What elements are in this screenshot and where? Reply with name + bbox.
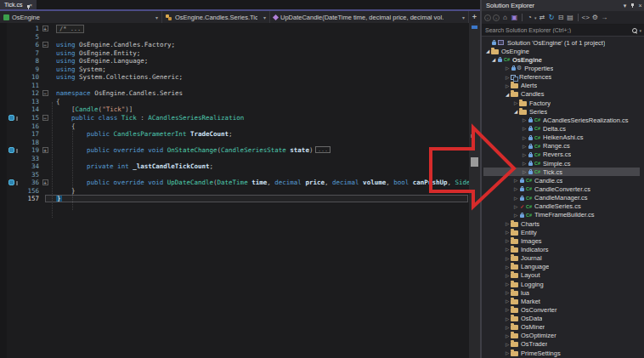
collapse-icon[interactable]: ◢ [490, 57, 497, 62]
home-icon[interactable]: ⌂ [501, 11, 509, 24]
tree-item-references[interactable]: ▷References [482, 73, 644, 82]
pending-changes-filter-icon[interactable]: ◔ [526, 11, 534, 24]
bookmark-icon[interactable] [8, 147, 14, 153]
tree-item-osengine[interactable]: ◢C#OsEngine [482, 55, 644, 64]
collapse-region-icon[interactable]: − [42, 42, 48, 48]
view-code-icon[interactable]: <> [582, 11, 590, 24]
split-add-button[interactable]: + [469, 13, 480, 21]
expand-icon[interactable]: ▷ [504, 290, 511, 295]
tree-item-simple-cs[interactable]: ▷C#Simple.cs [482, 159, 644, 168]
bookmark-icon[interactable] [8, 115, 14, 121]
tree-item-range-cs[interactable]: ▷C#Range.cs [482, 142, 644, 151]
tree-item-solution-osengine-1-of-1-project[interactable]: Solution 'OsEngine' (1 of 1 project) [482, 38, 644, 47]
collapsed-comment[interactable]: /* ... [56, 25, 84, 33]
collapse-all-icon[interactable]: ⊟ [557, 11, 565, 24]
expand-icon[interactable]: ▷ [504, 273, 511, 278]
expand-region-icon[interactable]: + [42, 26, 48, 31]
scrollbar-thumb[interactable] [471, 157, 478, 167]
expand-icon[interactable]: ▷ [504, 238, 511, 243]
expand-icon[interactable]: ▷ [504, 307, 511, 312]
expand-icon[interactable]: ▷ [512, 204, 519, 209]
project-dropdown[interactable]: OsEngine ▾ [0, 11, 162, 23]
tree-item-delta-cs[interactable]: ▷C#Delta.cs [482, 124, 644, 133]
tree-item-properties[interactable]: ▷⚙Properties [482, 64, 644, 72]
editor-scrollbar[interactable] [469, 23, 480, 358]
tree-item-ostrader[interactable]: ▷OsTrader [482, 340, 644, 349]
expand-icon[interactable]: ▷ [504, 221, 511, 226]
properties-icon[interactable]: ⚙ [591, 11, 599, 24]
expand-icon[interactable]: ▷ [504, 350, 511, 355]
collapsed-region-indicator[interactable]: ... [315, 146, 330, 153]
expand-icon[interactable]: ▷ [521, 117, 528, 122]
expand-icon[interactable]: ▷ [521, 152, 528, 157]
expand-icon[interactable]: ▷ [504, 281, 511, 287]
close-icon[interactable]: × [30, 3, 33, 8]
close-icon[interactable]: × [636, 3, 644, 9]
expand-icon[interactable]: ▷ [521, 126, 528, 131]
collapse-icon[interactable]: ◢ [504, 92, 511, 97]
expand-icon[interactable]: ▷ [504, 264, 511, 270]
expand-icon[interactable]: ▷ [504, 230, 511, 235]
tree-item-candle-cs[interactable]: ▷C#Candle.cs [482, 176, 644, 185]
tree-item-acandlesseriesrealization-cs[interactable]: ▷C#ACandlesSeriesRealization.cs [482, 116, 644, 124]
tree-item-revers-cs[interactable]: ▷C#Revers.cs [482, 151, 644, 159]
tree-item-factory[interactable]: ▷Factory [482, 99, 644, 107]
window-position-icon[interactable]: ▾ [621, 3, 629, 9]
tree-item-candleseries-cs[interactable]: ▷✓C#CandleSeries.cs [482, 202, 644, 211]
expand-region-icon[interactable]: + [42, 147, 48, 153]
tree-item-candleconverter-cs[interactable]: ▷C#CandleConverter.cs [482, 185, 644, 193]
expand-icon[interactable]: ▷ [504, 316, 511, 321]
tree-item-layout[interactable]: ▷Layout [482, 271, 644, 280]
code-editor[interactable]: 1+/* ...56−using OsEngine.Candles.Factor… [0, 23, 469, 358]
chevron-down-icon[interactable]: ▾ [639, 28, 641, 33]
sync-with-active-document-icon[interactable]: ⇄ [539, 11, 546, 24]
expand-icon[interactable]: ▷ [512, 186, 519, 191]
expand-icon[interactable]: ▷ [504, 333, 511, 338]
tree-item-primesettings[interactable]: ▷PrimeSettings [482, 349, 644, 357]
search-icon[interactable] [632, 28, 637, 33]
tree-item-lua[interactable]: ▷lua [482, 288, 644, 297]
expand-icon[interactable]: ▷ [504, 298, 511, 304]
expand-icon[interactable]: ▷ [512, 100, 519, 105]
chevron-down-icon[interactable]: ▾ [534, 15, 537, 20]
tree-item-images[interactable]: ▷Images [482, 236, 644, 245]
bookmark-icon[interactable] [8, 179, 14, 185]
expand-icon[interactable]: ▷ [512, 178, 519, 183]
member-dropdown[interactable]: UpDateCandle(DateTime time, decimal pric… [270, 11, 469, 23]
expand-icon[interactable]: ▷ [504, 342, 511, 347]
tree-item-series[interactable]: ◢Series [482, 107, 644, 116]
tree-item-journal[interactable]: ▷Journal [482, 254, 644, 263]
tree-item-charts[interactable]: ▷Charts [482, 219, 644, 228]
tree-item-timeframebuilder-cs[interactable]: ▷C#TimeFrameBuilder.cs [482, 211, 644, 219]
show-all-files-icon[interactable]: ▤ [567, 11, 574, 24]
expand-icon[interactable]: ▷ [521, 144, 528, 149]
tree-item-logging[interactable]: ▷Logging [482, 280, 644, 288]
expand-icon[interactable]: ▷ [521, 135, 528, 140]
expand-icon[interactable]: ▷ [504, 65, 511, 71]
expand-icon[interactable]: ▷ [521, 161, 528, 166]
tree-item-osoptimizer[interactable]: ▷OsOptimizer [482, 332, 644, 340]
switch-views-icon[interactable]: ▣ [511, 11, 518, 24]
expand-icon[interactable]: ▷ [521, 169, 528, 174]
search-box[interactable]: Search Solution Explorer (Ctrl+;) ▾ [482, 25, 644, 37]
tree-item-osminer[interactable]: ▷OsMiner [482, 323, 644, 332]
collapse-icon[interactable]: ◢ [512, 109, 519, 114]
tree-item-entity[interactable]: ▷Entity [482, 228, 644, 236]
tree-item-osconverter[interactable]: ▷OsConverter [482, 305, 644, 314]
tree-item-tick-cs[interactable]: ▷C#Tick.cs [482, 168, 644, 176]
expand-icon[interactable]: ▷ [512, 196, 519, 201]
expand-icon[interactable]: ▷ [504, 325, 511, 330]
tree-item-language[interactable]: ▷Language [482, 263, 644, 271]
expand-icon[interactable]: ▷ [504, 247, 511, 252]
expand-icon[interactable]: ▷ [504, 83, 511, 88]
tree-item-alerts[interactable]: ▷Alerts [482, 82, 644, 90]
pin-icon[interactable] [629, 3, 636, 9]
collapse-icon[interactable]: ◢ [484, 48, 491, 54]
preview-icon[interactable]: → [601, 11, 608, 24]
collapse-region-icon[interactable]: − [42, 115, 48, 121]
refresh-icon[interactable]: ↻ [548, 11, 556, 24]
tree-item-indicators[interactable]: ▷Indicators [482, 245, 644, 253]
expand-icon[interactable]: ▷ [504, 75, 511, 80]
expand-icon[interactable]: ▷ [504, 256, 511, 261]
tab-tick-cs[interactable]: Tick.cs × [0, 0, 37, 9]
